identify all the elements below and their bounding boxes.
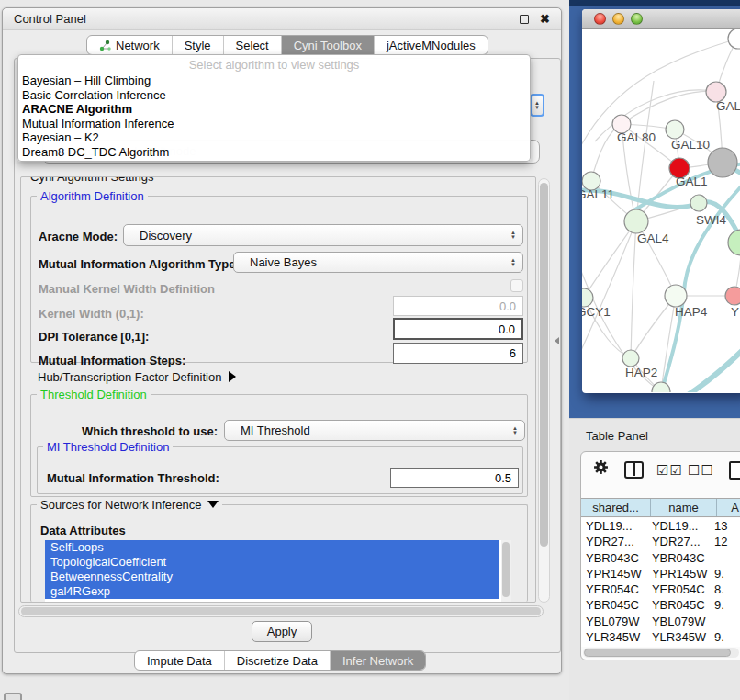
network-node[interactable]: [728, 230, 740, 255]
aracne-mode-combo[interactable]: Discovery ▲▼: [123, 224, 523, 246]
network-node-swi4[interactable]: [690, 195, 707, 211]
sources-group-title[interactable]: Sources for Network Inference: [37, 498, 222, 512]
control-panel-window: Control Panel ✖ NetworkStyleSelectCyni T…: [2, 7, 562, 674]
table-row[interactable]: YDR27...YDR27...12: [581, 534, 740, 549]
table-cell: YBL079W: [581, 614, 647, 629]
table-row[interactable]: YBL079WYBL079W: [581, 614, 740, 629]
table-row[interactable]: YPR145WYPR145W9.: [581, 566, 740, 581]
expand-arrow-icon: [229, 371, 236, 382]
close-icon[interactable]: ✖: [540, 15, 550, 24]
data-attributes-list[interactable]: SelfLoopsTopologicalCoefficientBetweenne…: [45, 540, 511, 603]
table-cell: YBR043C: [581, 550, 647, 566]
mac-close-button[interactable]: [594, 13, 606, 25]
mi-steps-value: 6: [510, 346, 516, 360]
hub-definition-toggle[interactable]: Hub/Transcription Factor Definition: [38, 370, 236, 384]
network-node-gal4[interactable]: [624, 209, 648, 233]
table-row[interactable]: YDL19...YDL19...13: [581, 518, 740, 534]
column-header-a[interactable]: A: [717, 499, 740, 516]
algorithm-option-aracne-algorithm[interactable]: ARACNE Algorithm: [18, 102, 530, 117]
network-edge[interactable]: [631, 221, 636, 358]
tab-infer-network[interactable]: Infer Network: [330, 651, 425, 670]
algorithm-option-dream8-dc-tdc-algorithm[interactable]: Dream8 DC_TDC Algorithm: [18, 145, 530, 160]
tab-select[interactable]: Select: [223, 36, 281, 54]
deselect-all-icon[interactable]: ☐☐: [688, 461, 714, 479]
network-canvas[interactable]: GALGAL80GAL10GAL1GAL11SWI4GAL4GCY1HAP4YH…: [582, 29, 740, 392]
table-cell: YER054C: [647, 581, 710, 597]
settings-horizontal-scrollbar[interactable]: [18, 605, 544, 617]
tab-jactivemnodules[interactable]: jActiveMNodules: [374, 36, 488, 54]
mi-threshold-label: Mutual Information Threshold:: [47, 471, 219, 485]
tab-label: Network: [116, 39, 160, 52]
algorithm-option-bayesian-k2[interactable]: Bayesian – K2: [18, 130, 530, 145]
algorithm-option-basic-correlation-inference[interactable]: Basic Correlation Inference: [18, 88, 530, 103]
mi-type-combo[interactable]: Naive Bayes ▲▼: [233, 252, 523, 273]
minimized-panel-icon[interactable]: [4, 693, 22, 700]
column-header-name[interactable]: name: [651, 499, 717, 516]
manual-kernel-checkbox[interactable]: [510, 279, 523, 292]
table-cell: YER054C: [581, 581, 647, 597]
table-row[interactable]: YIL052CYIL052C9.: [581, 645, 740, 647]
columns-icon[interactable]: [624, 461, 644, 479]
gear-icon[interactable]: [593, 459, 609, 478]
table-cell: YBR045C: [581, 597, 647, 613]
node-label-gcy1: GCY1: [582, 305, 611, 319]
node-label-gal4: GAL4: [637, 231, 669, 245]
algorithm-option-bayesian-hill-climbing[interactable]: Bayesian – Hill Climbing: [18, 73, 530, 88]
network-node-y[interactable]: [725, 287, 740, 305]
network-node[interactable]: [652, 382, 670, 392]
which-threshold-label: Which threshold to use:: [82, 424, 218, 438]
tab-discretize-data[interactable]: Discretize Data: [224, 651, 330, 670]
attribute-item-betweennesscentrality[interactable]: BetweennessCentrality: [45, 570, 499, 584]
attribute-item-selfloops[interactable]: SelfLoops: [45, 540, 499, 555]
dpi-tolerance-value: 0.0: [499, 322, 515, 336]
table-row[interactable]: YER054CYER054C8.: [581, 581, 740, 597]
column-header-shared[interactable]: shared...: [581, 499, 651, 516]
network-node-gcy1[interactable]: [582, 288, 593, 307]
tab-cyni-toolbox[interactable]: Cyni Toolbox: [281, 36, 374, 54]
table-cell: 9.: [710, 645, 740, 647]
node-label-swi4: SWI4: [696, 213, 726, 227]
mi-steps-field[interactable]: 6: [393, 343, 523, 364]
table-horizontal-scrollbar[interactable]: [583, 648, 739, 658]
attributes-scrollbar[interactable]: [501, 540, 511, 603]
tab-style[interactable]: Style: [172, 36, 223, 54]
float-window-icon[interactable]: [520, 15, 529, 24]
table-cell: YDL19...: [581, 518, 647, 534]
select-all-icon[interactable]: ☑☑: [656, 461, 683, 479]
table-row[interactable]: YBR045CYBR045C9.: [581, 597, 740, 613]
network-edge[interactable]: [622, 91, 716, 124]
document-icon[interactable]: [729, 461, 740, 480]
algorithm-combo-arrows[interactable]: ▲▼: [530, 94, 544, 117]
tab-label: Infer Network: [342, 654, 413, 668]
which-threshold-combo[interactable]: MI Threshold ▲▼: [224, 420, 525, 441]
table-cell: YDL19...: [647, 518, 710, 534]
mac-minimize-button[interactable]: [612, 13, 624, 25]
algorithm-definition-group: Algorithm Definition Aracne Mode: Discov…: [30, 196, 528, 363]
table-cell: YPR145W: [647, 566, 710, 581]
split-pane-collapse-arrow[interactable]: [555, 337, 559, 344]
mac-zoom-button[interactable]: [631, 13, 643, 25]
table-cell: 12: [710, 534, 740, 549]
tab-impute-data[interactable]: Impute Data: [135, 651, 224, 670]
tab-network[interactable]: Network: [87, 36, 172, 54]
table-panel-title: Table Panel: [586, 429, 648, 443]
table-cell: YPR145W: [581, 566, 647, 581]
network-edge-highlighted[interactable]: [685, 347, 740, 392]
apply-button[interactable]: Apply: [252, 621, 312, 642]
attribute-item-topologicalcoefficient[interactable]: TopologicalCoefficient: [45, 555, 499, 570]
attribute-item-gal4rgexp[interactable]: gal4RGexp: [45, 584, 499, 599]
mi-threshold-field[interactable]: 0.5: [390, 468, 519, 488]
network-edge[interactable]: [584, 221, 636, 298]
table-header-row: shared...nameA: [581, 498, 740, 517]
settings-vertical-scrollbar[interactable]: [538, 178, 550, 603]
table-row[interactable]: YBR043CYBR043C: [581, 550, 740, 566]
network-node[interactable]: [728, 29, 740, 49]
network-node[interactable]: [708, 148, 737, 177]
kernel-width-field[interactable]: 0.0: [393, 296, 523, 316]
algorithm-option-mutual-information-inference[interactable]: Mutual Information Inference: [18, 117, 530, 131]
network-node-hap2[interactable]: [622, 350, 639, 367]
table-row[interactable]: YLR345WYLR345W9.: [581, 629, 740, 645]
network-node-hap4[interactable]: [665, 285, 687, 307]
network-node-gal10[interactable]: [666, 120, 684, 139]
dpi-tolerance-field[interactable]: 0.0: [393, 318, 523, 340]
